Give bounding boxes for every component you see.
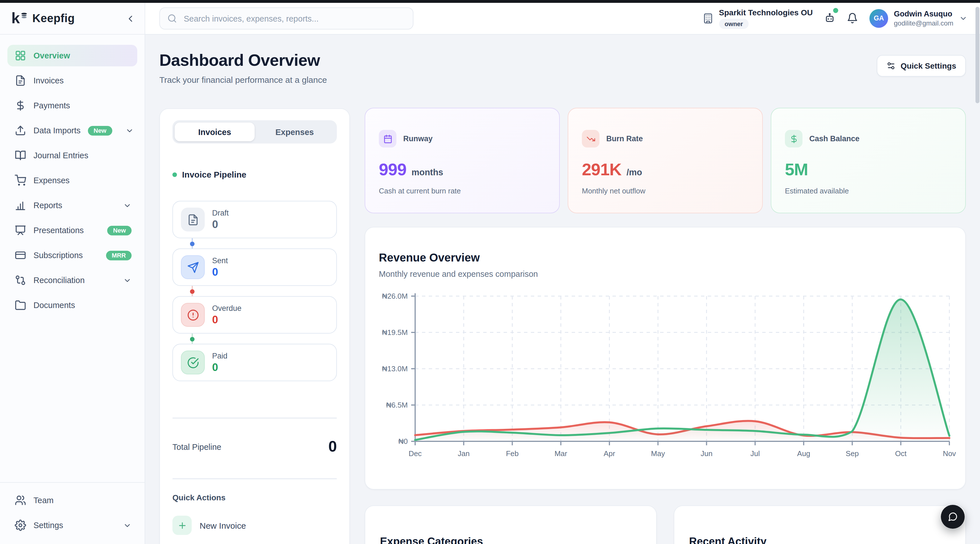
pipeline-stage-sent[interactable]: Sent 0 — [172, 248, 337, 286]
chat-fab-button[interactable] — [941, 505, 965, 529]
upload-icon — [15, 125, 26, 136]
stat-subtitle: Cash at current burn rate — [379, 187, 546, 195]
chevron-down-icon — [959, 14, 967, 23]
sidebar-footer: Team Settings — [0, 482, 145, 544]
chart-subtitle: Monthly revenue and expenses comparison — [379, 269, 951, 278]
stage-count: 0 — [212, 218, 229, 231]
svg-text:May: May — [651, 449, 665, 458]
sidebar-item-reconciliation[interactable]: Reconciliation — [7, 269, 137, 291]
revenue-overview-card: Revenue Overview Monthly revenue and exp… — [365, 227, 966, 490]
chart-title: Revenue Overview — [379, 251, 951, 264]
presentation-icon — [15, 224, 26, 236]
pipeline-connector — [172, 238, 337, 248]
bot-icon — [824, 13, 835, 24]
sidebar-item-invoices[interactable]: Invoices — [7, 70, 137, 91]
svg-text:₦26.0M: ₦26.0M — [382, 292, 408, 301]
dollar-icon — [785, 130, 802, 148]
dollar-icon — [15, 100, 26, 111]
svg-text:Jan: Jan — [458, 449, 469, 458]
calendar-icon — [379, 130, 396, 148]
divider — [172, 478, 337, 479]
users-icon — [15, 495, 26, 506]
file-text-icon — [15, 75, 26, 86]
sidebar-item-data-imports[interactable]: Data Imports New — [7, 120, 137, 141]
stat-unit: months — [412, 167, 443, 178]
stats-row: Runway 999 months Cash at current burn r… — [365, 108, 966, 213]
bottom-cards-row: Expense Categories Recent Activity — [365, 506, 966, 544]
page-head: Dashboard Overview Track your financial … — [159, 51, 966, 84]
stat-card-runway: Runway 999 months Cash at current burn r… — [365, 108, 560, 213]
sidebar-item-reports[interactable]: Reports — [7, 194, 137, 216]
sidebar: k Keepfig Overview Invoices Payme — [0, 3, 145, 544]
pipeline-stage-paid[interactable]: Paid 0 — [172, 344, 337, 381]
org-role-badge: owner — [719, 19, 749, 29]
sidebar-item-subscriptions[interactable]: Subscriptions MRR — [7, 245, 137, 266]
stage-count: 0 — [212, 266, 228, 278]
sidebar-item-team[interactable]: Team — [7, 490, 137, 511]
divider — [172, 417, 337, 418]
pipeline-section-label: Invoice Pipeline — [172, 170, 337, 179]
cart-icon — [15, 175, 26, 186]
tab-expenses[interactable]: Expenses — [255, 122, 335, 141]
quick-actions: New Invoice — [172, 515, 337, 535]
sidebar-item-payments[interactable]: Payments — [7, 95, 137, 116]
alert-circle-icon — [181, 303, 205, 327]
quick-settings-label: Quick Settings — [900, 61, 956, 70]
sidebar-item-expenses[interactable]: Expenses — [7, 170, 137, 191]
quick-settings-button[interactable]: Quick Settings — [877, 55, 966, 76]
total-pipeline-row: Total Pipeline 0 — [172, 438, 337, 455]
header-right: Sparkit Technologies OU owner GA Godwin … — [702, 8, 967, 29]
notifications-button[interactable] — [847, 13, 858, 24]
sidebar-item-presentations[interactable]: Presentations New — [7, 220, 137, 241]
pipeline-stage-draft[interactable]: Draft 0 — [172, 201, 337, 238]
quick-actions-label: Quick Actions — [172, 493, 337, 502]
chevron-down-icon — [123, 276, 132, 285]
logo-mark: k — [11, 12, 19, 25]
sidebar-item-settings[interactable]: Settings — [7, 514, 137, 536]
svg-text:₦13.0M: ₦13.0M — [382, 364, 408, 373]
folder-icon — [15, 299, 26, 311]
sidebar-item-overview[interactable]: Overview — [7, 45, 137, 66]
tab-invoices[interactable]: Invoices — [175, 122, 255, 141]
quick-action-new-invoice[interactable]: New Invoice — [172, 515, 337, 535]
grid-icon — [15, 50, 26, 61]
org-switcher[interactable]: Sparkit Technologies OU owner — [702, 8, 813, 29]
invoice-pipeline-card: Invoices Expenses Invoice Pipeline Draft… — [159, 108, 350, 544]
svg-text:Aug: Aug — [797, 449, 810, 458]
chevron-down-icon — [125, 126, 134, 135]
search-input[interactable] — [183, 13, 406, 24]
user-menu[interactable]: GA Godwin Asuquo godilite@gmail.com — [869, 9, 967, 28]
sliders-icon — [886, 61, 896, 70]
total-pipeline-label: Total Pipeline — [172, 442, 221, 451]
bottom-card-expense-categories: Expense Categories — [365, 506, 657, 544]
stat-subtitle: Estimated available — [785, 187, 951, 195]
pipeline-stage-overdue[interactable]: Overdue 0 — [172, 296, 337, 334]
sidebar-item-documents[interactable]: Documents — [7, 294, 137, 316]
sidebar-item-journal-entries[interactable]: Journal Entries — [7, 145, 137, 166]
new-badge: New — [107, 226, 132, 235]
bottom-card-recent-activity: Recent Activity — [674, 506, 966, 544]
stat-value: 291K — [582, 160, 621, 179]
book-open-icon — [15, 150, 26, 161]
pipeline-tabs: Invoices Expenses — [172, 120, 337, 143]
sidebar-nav: Overview Invoices Payments Data Imports — [0, 35, 145, 316]
assistant-bot-button[interactable] — [824, 13, 835, 24]
online-status-dot — [833, 8, 838, 13]
scrollbar-thumb[interactable] — [975, 7, 980, 103]
search-bar[interactable] — [159, 7, 414, 30]
sidebar-collapse-button[interactable] — [125, 13, 135, 24]
app-name: Keepfig — [32, 12, 75, 25]
svg-text:Apr: Apr — [604, 449, 615, 458]
svg-text:₦0: ₦0 — [398, 437, 408, 445]
new-badge: New — [88, 126, 112, 135]
svg-text:Mar: Mar — [554, 449, 567, 458]
total-pipeline-value: 0 — [328, 438, 337, 455]
stat-subtitle: Monthly net outflow — [582, 187, 749, 195]
credit-card-icon — [15, 250, 26, 261]
bar-chart-icon — [15, 200, 26, 211]
svg-text:₦6.5M: ₦6.5M — [386, 401, 408, 409]
pipeline-connector — [172, 286, 337, 296]
user-name: Godwin Asuquo — [894, 10, 953, 19]
avatar: GA — [869, 9, 888, 28]
stat-card-cash-balance: Cash Balance 5M Estimated available — [771, 108, 966, 213]
